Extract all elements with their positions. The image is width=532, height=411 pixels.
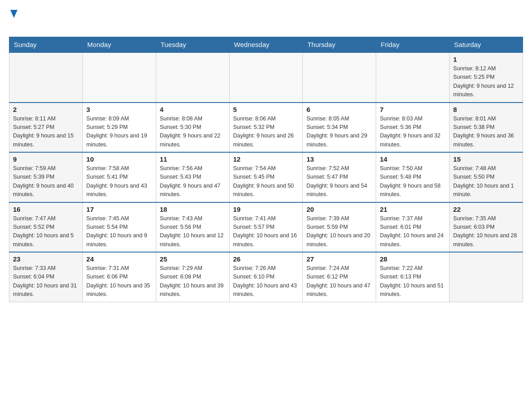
day-info: Sunrise: 7:48 AM Sunset: 5:50 PM Dayligh… xyxy=(453,164,519,199)
day-info: Sunrise: 7:52 AM Sunset: 5:47 PM Dayligh… xyxy=(306,164,372,199)
day-info: Sunrise: 8:05 AM Sunset: 5:34 PM Dayligh… xyxy=(306,115,372,150)
day-number: 18 xyxy=(160,206,226,213)
logo xyxy=(9,9,17,32)
day-info: Sunrise: 7:43 AM Sunset: 5:56 PM Dayligh… xyxy=(160,214,226,249)
day-number: 25 xyxy=(160,255,226,263)
calendar-day-cell: 15Sunrise: 7:48 AM Sunset: 5:50 PM Dayli… xyxy=(450,152,523,202)
day-info: Sunrise: 7:33 AM Sunset: 6:04 PM Dayligh… xyxy=(13,264,79,299)
day-number: 20 xyxy=(306,206,372,213)
calendar-day-cell xyxy=(9,52,83,103)
calendar-day-cell: 14Sunrise: 7:50 AM Sunset: 5:48 PM Dayli… xyxy=(376,152,450,202)
day-number: 8 xyxy=(453,106,519,113)
day-number: 17 xyxy=(86,206,152,213)
day-info: Sunrise: 7:56 AM Sunset: 5:43 PM Dayligh… xyxy=(160,164,226,199)
day-number: 26 xyxy=(233,255,299,263)
day-info: Sunrise: 8:06 AM Sunset: 5:32 PM Dayligh… xyxy=(233,115,299,150)
calendar-day-cell: 13Sunrise: 7:52 AM Sunset: 5:47 PM Dayli… xyxy=(303,152,376,202)
calendar-day-cell: 23Sunrise: 7:33 AM Sunset: 6:04 PM Dayli… xyxy=(9,252,83,302)
calendar-day-cell: 25Sunrise: 7:29 AM Sunset: 6:08 PM Dayli… xyxy=(156,252,229,302)
day-info: Sunrise: 7:22 AM Sunset: 6:13 PM Dayligh… xyxy=(380,264,446,299)
day-number: 12 xyxy=(233,155,299,163)
day-info: Sunrise: 7:54 AM Sunset: 5:45 PM Dayligh… xyxy=(233,164,299,199)
day-info: Sunrise: 7:58 AM Sunset: 5:41 PM Dayligh… xyxy=(86,164,152,199)
calendar-day-cell xyxy=(376,52,450,103)
day-info: Sunrise: 7:31 AM Sunset: 6:06 PM Dayligh… xyxy=(86,264,152,299)
calendar-day-cell: 27Sunrise: 7:24 AM Sunset: 6:12 PM Dayli… xyxy=(303,252,376,302)
day-number: 4 xyxy=(160,106,226,113)
column-header-tuesday: Tuesday xyxy=(156,37,229,53)
day-number: 24 xyxy=(86,255,152,263)
day-number: 19 xyxy=(233,206,299,213)
day-info: Sunrise: 8:08 AM Sunset: 5:30 PM Dayligh… xyxy=(160,115,226,150)
calendar-day-cell: 8Sunrise: 8:01 AM Sunset: 5:38 PM Daylig… xyxy=(450,103,523,153)
day-number: 11 xyxy=(160,155,226,163)
day-number: 2 xyxy=(13,106,79,113)
calendar-table: SundayMondayTuesdayWednesdayThursdayFrid… xyxy=(9,37,523,302)
calendar-day-cell: 22Sunrise: 7:35 AM Sunset: 6:03 PM Dayli… xyxy=(450,202,523,253)
day-number: 3 xyxy=(86,106,152,113)
calendar-day-cell: 2Sunrise: 8:11 AM Sunset: 5:27 PM Daylig… xyxy=(9,103,83,153)
calendar-day-cell: 24Sunrise: 7:31 AM Sunset: 6:06 PM Dayli… xyxy=(82,252,156,302)
column-header-thursday: Thursday xyxy=(303,37,376,53)
calendar-week-row: 23Sunrise: 7:33 AM Sunset: 6:04 PM Dayli… xyxy=(9,252,523,302)
calendar-day-cell xyxy=(82,52,156,103)
calendar-day-cell: 18Sunrise: 7:43 AM Sunset: 5:56 PM Dayli… xyxy=(156,202,229,253)
day-info: Sunrise: 7:59 AM Sunset: 5:39 PM Dayligh… xyxy=(13,164,79,199)
calendar-day-cell: 11Sunrise: 7:56 AM Sunset: 5:43 PM Dayli… xyxy=(156,152,229,202)
day-number: 10 xyxy=(86,155,152,163)
column-header-monday: Monday xyxy=(82,37,156,53)
calendar-day-cell: 17Sunrise: 7:45 AM Sunset: 5:54 PM Dayli… xyxy=(82,202,156,253)
calendar-day-cell: 6Sunrise: 8:05 AM Sunset: 5:34 PM Daylig… xyxy=(303,103,376,153)
calendar-day-cell: 3Sunrise: 8:09 AM Sunset: 5:29 PM Daylig… xyxy=(82,103,156,153)
column-header-wednesday: Wednesday xyxy=(229,37,303,53)
calendar-day-cell: 21Sunrise: 7:37 AM Sunset: 6:01 PM Dayli… xyxy=(376,202,450,253)
day-number: 9 xyxy=(13,155,79,163)
svg-marker-0 xyxy=(10,10,17,18)
calendar-week-row: 2Sunrise: 8:11 AM Sunset: 5:27 PM Daylig… xyxy=(9,103,523,153)
column-header-sunday: Sunday xyxy=(9,37,83,53)
day-number: 14 xyxy=(380,155,446,163)
day-info: Sunrise: 7:37 AM Sunset: 6:01 PM Dayligh… xyxy=(380,214,446,249)
day-number: 15 xyxy=(453,155,519,163)
column-header-friday: Friday xyxy=(376,37,450,53)
day-info: Sunrise: 8:11 AM Sunset: 5:27 PM Dayligh… xyxy=(13,115,79,150)
day-info: Sunrise: 7:35 AM Sunset: 6:03 PM Dayligh… xyxy=(453,214,519,249)
day-info: Sunrise: 7:50 AM Sunset: 5:48 PM Dayligh… xyxy=(380,164,446,199)
day-info: Sunrise: 7:39 AM Sunset: 5:59 PM Dayligh… xyxy=(306,214,372,249)
calendar-day-cell: 7Sunrise: 8:03 AM Sunset: 5:36 PM Daylig… xyxy=(376,103,450,153)
calendar-day-cell: 5Sunrise: 8:06 AM Sunset: 5:32 PM Daylig… xyxy=(229,103,303,153)
day-info: Sunrise: 7:47 AM Sunset: 5:52 PM Dayligh… xyxy=(13,214,79,249)
calendar-day-cell: 9Sunrise: 7:59 AM Sunset: 5:39 PM Daylig… xyxy=(9,152,83,202)
calendar-day-cell: 19Sunrise: 7:41 AM Sunset: 5:57 PM Dayli… xyxy=(229,202,303,253)
logo-triangle-icon xyxy=(10,10,17,20)
calendar-week-row: 1Sunrise: 8:12 AM Sunset: 5:25 PM Daylig… xyxy=(9,52,523,103)
day-info: Sunrise: 7:45 AM Sunset: 5:54 PM Dayligh… xyxy=(86,214,152,249)
day-info: Sunrise: 8:01 AM Sunset: 5:38 PM Dayligh… xyxy=(453,115,519,150)
day-info: Sunrise: 8:12 AM Sunset: 5:25 PM Dayligh… xyxy=(453,64,519,99)
day-info: Sunrise: 7:24 AM Sunset: 6:12 PM Dayligh… xyxy=(306,264,372,299)
calendar-day-cell xyxy=(229,52,303,103)
day-number: 22 xyxy=(453,206,519,213)
day-number: 1 xyxy=(453,56,519,63)
calendar-day-cell: 10Sunrise: 7:58 AM Sunset: 5:41 PM Dayli… xyxy=(82,152,156,202)
day-info: Sunrise: 7:29 AM Sunset: 6:08 PM Dayligh… xyxy=(160,264,226,299)
calendar-week-row: 16Sunrise: 7:47 AM Sunset: 5:52 PM Dayli… xyxy=(9,202,523,253)
calendar-day-cell: 16Sunrise: 7:47 AM Sunset: 5:52 PM Dayli… xyxy=(9,202,83,253)
day-info: Sunrise: 7:26 AM Sunset: 6:10 PM Dayligh… xyxy=(233,264,299,299)
calendar-day-cell: 28Sunrise: 7:22 AM Sunset: 6:13 PM Dayli… xyxy=(376,252,450,302)
calendar-day-cell xyxy=(450,252,523,302)
day-number: 6 xyxy=(306,106,372,113)
day-info: Sunrise: 7:41 AM Sunset: 5:57 PM Dayligh… xyxy=(233,214,299,249)
day-info: Sunrise: 8:03 AM Sunset: 5:36 PM Dayligh… xyxy=(380,115,446,150)
calendar-day-cell: 12Sunrise: 7:54 AM Sunset: 5:45 PM Dayli… xyxy=(229,152,303,202)
day-number: 7 xyxy=(380,106,446,113)
day-number: 28 xyxy=(380,255,446,263)
calendar-day-cell: 20Sunrise: 7:39 AM Sunset: 5:59 PM Dayli… xyxy=(303,202,376,253)
calendar-day-cell xyxy=(303,52,376,103)
day-number: 16 xyxy=(13,206,79,213)
day-info: Sunrise: 8:09 AM Sunset: 5:29 PM Dayligh… xyxy=(86,115,152,150)
day-number: 13 xyxy=(306,155,372,163)
calendar-day-cell: 4Sunrise: 8:08 AM Sunset: 5:30 PM Daylig… xyxy=(156,103,229,153)
calendar-day-cell: 26Sunrise: 7:26 AM Sunset: 6:10 PM Dayli… xyxy=(229,252,303,302)
page-header xyxy=(9,9,523,32)
